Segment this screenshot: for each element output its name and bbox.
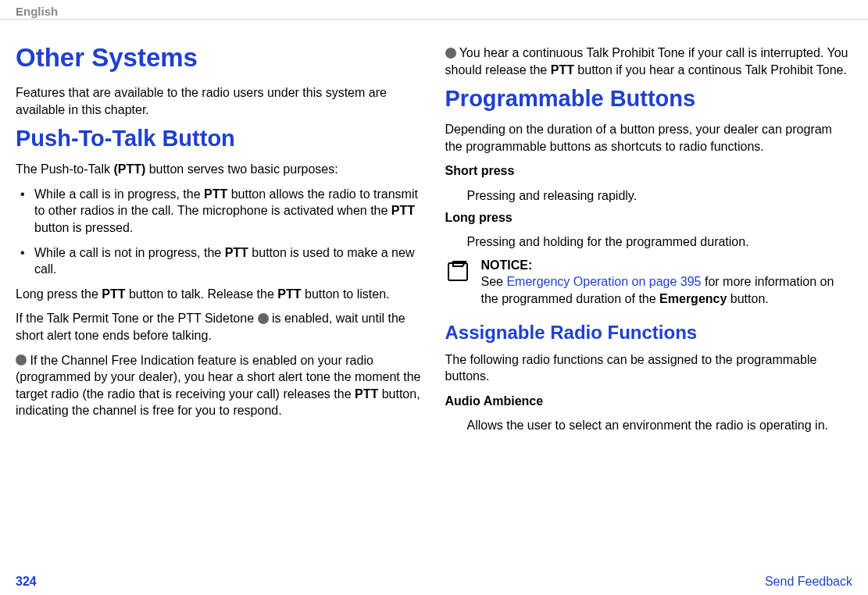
text: button if you hear a continous Talk Proh… — [574, 63, 847, 77]
info-icon — [16, 355, 27, 365]
text: The Push-to-Talk — [16, 162, 113, 176]
long-press-def: Pressing and holding for the programmed … — [445, 233, 853, 251]
ptt-bold: PTT — [225, 246, 248, 259]
audio-ambience-def: Allows the user to select an environment… — [445, 417, 853, 434]
send-feedback-link[interactable]: Send Feedback — [765, 575, 852, 589]
long-press-paragraph: Long press the PTT button to talk. Relea… — [16, 286, 423, 303]
text: While a call is in progress, the — [34, 187, 204, 201]
ptt-bold: PTT — [102, 287, 125, 301]
header-language: English — [0, 0, 868, 20]
ptt-bold: PTT — [277, 287, 301, 301]
heading-assignable-functions: Assignable Radio Functions — [445, 322, 853, 344]
list-item: While a call is in progress, the PTT but… — [16, 186, 423, 237]
short-press-term: Short press — [445, 162, 853, 180]
text: Long press the — [16, 287, 102, 301]
text: button is pressed. — [34, 221, 133, 234]
speaker-icon — [258, 313, 269, 324]
notice-icon — [445, 258, 472, 288]
channel-free-paragraph: If the Channel Free Indication feature i… — [16, 352, 423, 419]
ptt-bold: PTT — [204, 187, 227, 201]
ptt-bold: PTT — [355, 387, 378, 401]
audio-ambience-term: Audio Ambience — [445, 393, 853, 410]
left-column: Other Systems Features that are availabl… — [16, 20, 423, 439]
content-columns: Other Systems Features that are availabl… — [0, 20, 868, 439]
text: See — [481, 275, 507, 288]
page-number: 324 — [16, 575, 37, 589]
text: button serves two basic purposes: — [145, 162, 338, 176]
notice-block: NOTICE: See Emergency Operation on page … — [445, 257, 853, 308]
ptt-intro: The Push-to-Talk (PTT) button serves two… — [16, 161, 423, 178]
notice-title: NOTICE: — [481, 258, 533, 272]
ptt-bold: PTT — [551, 63, 574, 77]
sidetone-paragraph: If the Talk Permit Tone or the PTT Sidet… — [16, 310, 423, 344]
text: button to listen. — [302, 287, 390, 301]
text: While a call is not in progress, the — [34, 246, 225, 259]
heading-other-systems: Other Systems — [16, 43, 423, 73]
ptt-bold: PTT — [391, 204, 415, 217]
ptt-bullet-list: While a call is in progress, the PTT but… — [16, 186, 423, 278]
emergency-operation-link[interactable]: Emergency Operation on page 395 — [506, 275, 701, 288]
prohibit-icon — [445, 48, 456, 59]
notice-body: NOTICE: See Emergency Operation on page … — [481, 257, 853, 308]
assign-intro: The following radio functions can be ass… — [445, 351, 853, 385]
short-press-def: Pressing and releasing rapidly. — [445, 187, 853, 205]
long-press-term: Long press — [445, 209, 853, 226]
heading-programmable-buttons: Programmable Buttons — [445, 86, 853, 112]
prog-intro: Depending on the duration of a button pr… — [445, 121, 853, 155]
right-column: You hear a continuous Talk Prohibit Tone… — [445, 20, 853, 439]
list-item: While a call is not in progress, the PTT… — [16, 244, 423, 278]
prohibit-paragraph: You hear a continuous Talk Prohibit Tone… — [445, 45, 853, 78]
ptt-abbrev: (PTT) — [113, 162, 145, 176]
heading-ptt: Push-To-Talk Button — [16, 126, 423, 151]
intro-paragraph: Features that are available to the radio… — [16, 84, 423, 118]
page-footer: 324 Send Feedback — [16, 575, 852, 589]
text: button. — [727, 292, 768, 305]
text: button to talk. Release the — [126, 287, 278, 301]
emergency-bold: Emergency — [659, 292, 727, 305]
text: If the Talk Permit Tone or the PTT Sidet… — [16, 312, 258, 325]
